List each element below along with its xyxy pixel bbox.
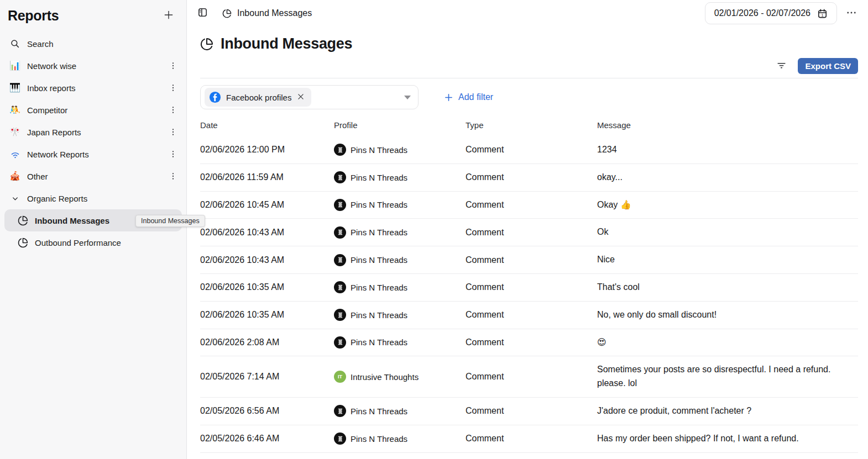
cell-message: Nice — [597, 253, 845, 267]
profile-cell: Pins N Threads — [334, 336, 466, 349]
cell-message: 😍 — [597, 336, 845, 350]
kebab-menu-icon[interactable] — [166, 82, 180, 93]
filter-button[interactable] — [775, 59, 788, 73]
cell-type: Comment — [466, 425, 597, 452]
sidebar-nav: Search 📊 Network wise 🎹 Inbox reports 🤼 … — [0, 33, 186, 254]
search-icon — [9, 39, 21, 49]
cell-date: 02/06/2026 10:45 AM — [200, 191, 334, 219]
app-window: Reports Search 📊 Network wise — [0, 0, 868, 459]
reports-sidebar: Reports Search 📊 Network wise — [0, 0, 187, 459]
cell-type: Comment — [466, 397, 597, 425]
breadcrumb: Inbound Messages — [237, 8, 312, 18]
profile-cell: Pins N Threads — [334, 405, 466, 417]
profile-avatar — [334, 226, 346, 239]
panel-left-icon — [197, 7, 208, 19]
sidebar-item-network-wise[interactable]: 📊 Network wise — [0, 55, 186, 77]
sidebar-item-label: Network wise — [27, 61, 76, 71]
table-row: 02/06/2026 12:00 PM Pins N Threads Comme… — [200, 136, 858, 163]
sidebar-item-other[interactable]: 🎪 Other — [0, 165, 186, 187]
sidebar-item-label: Inbound Messages — [35, 216, 109, 225]
filter-lines-icon — [776, 60, 787, 72]
toggle-sidebar-button[interactable] — [196, 6, 209, 20]
profile-cell: Pins N Threads — [334, 226, 466, 239]
column-header-type: Type — [466, 117, 597, 136]
sidebar-item-network-reports[interactable]: Network Reports — [0, 143, 186, 165]
sidebar-item-label: Network Reports — [27, 150, 89, 159]
kebab-menu-icon[interactable] — [166, 149, 180, 160]
profile-cell: Pins N Threads — [334, 254, 466, 266]
table-row: 02/05/2026 7:14 AM IT Intrusive Thoughts… — [200, 356, 858, 398]
page-title: Inbound Messages — [221, 35, 352, 52]
cell-message: Okay 👍 — [597, 198, 845, 212]
kebab-menu-icon[interactable] — [166, 126, 180, 138]
messages-table: Date Profile Type Message 02/06/2026 12:… — [200, 117, 858, 453]
sidebar-header: Reports — [0, 3, 186, 33]
cell-type: Comment — [466, 301, 597, 329]
piano-emoji-icon: 🎹 — [9, 83, 21, 92]
profile-avatar — [334, 309, 346, 321]
cell-message: J'adore ce produit, comment l'acheter ? — [597, 404, 845, 418]
table-row: 02/06/2026 11:59 AM Pins N Threads Comme… — [200, 163, 858, 191]
cell-type: Comment — [466, 356, 597, 398]
table-row: 02/05/2026 6:56 AM Pins N Threads Commen… — [200, 397, 858, 425]
sidebar-item-outbound-performance[interactable]: Outbound Performance — [4, 231, 182, 254]
header-divider — [200, 78, 858, 78]
table-row: 02/06/2026 10:43 AM Pins N Threads Comme… — [200, 246, 858, 274]
cell-date: 02/05/2026 6:56 AM — [200, 397, 334, 425]
profile-filter-select[interactable]: Facebook profiles — [200, 85, 419, 109]
table-row: 02/06/2026 10:35 AM Pins N Threads Comme… — [200, 273, 858, 301]
pie-chart-icon — [200, 38, 213, 51]
sidebar-item-search[interactable]: Search — [0, 33, 186, 55]
profile-cell: Pins N Threads — [334, 309, 466, 321]
main-area: Inbound Messages 02/01/2026 - 02/07/2026… — [187, 0, 868, 459]
bar-chart-emoji-icon: 📊 — [9, 61, 21, 70]
sidebar-item-label: Search — [27, 39, 54, 49]
table-row: 02/06/2026 10:45 AM Pins N Threads Comme… — [200, 191, 858, 219]
add-filter-button[interactable]: Add filter — [444, 92, 493, 102]
sidebar-item-competitor[interactable]: 🤼 Competitor — [0, 99, 186, 121]
plus-icon — [444, 93, 453, 102]
report-content: Inbound Messages Export CSV — [187, 27, 868, 459]
facebook-profiles-chip[interactable]: Facebook profiles — [205, 88, 311, 107]
cell-message: Has my order been shipped? If not, I wan… — [597, 432, 845, 446]
table-row: 02/05/2026 6:46 AM Pins N Threads Commen… — [200, 425, 858, 452]
kebab-menu-icon[interactable] — [166, 171, 180, 182]
cell-date: 02/06/2026 10:43 AM — [200, 246, 334, 274]
profile-name: Pins N Threads — [351, 228, 407, 237]
profile-avatar — [334, 171, 346, 183]
cell-message: okay... — [597, 171, 845, 184]
table-row: 02/06/2026 10:35 AM Pins N Threads Comme… — [200, 301, 858, 329]
sidebar-item-japan-reports[interactable]: 🎌 Japan Reports — [0, 121, 186, 143]
profile-avatar — [334, 281, 346, 293]
kebab-menu-icon[interactable] — [166, 60, 180, 71]
chip-label: Facebook profiles — [226, 93, 291, 102]
tooltip: Inbound Messages — [135, 215, 205, 227]
close-icon — [297, 93, 305, 102]
sidebar-item-inbox-reports[interactable]: 🎹 Inbox reports — [0, 77, 186, 99]
pie-chart-icon — [17, 215, 29, 226]
profile-avatar — [334, 254, 346, 266]
add-report-button[interactable] — [162, 8, 175, 23]
profile-name: Pins N Threads — [351, 407, 407, 416]
sidebar-item-label: Inbox reports — [27, 83, 76, 93]
cell-type: Comment — [466, 329, 597, 356]
date-range-picker[interactable]: 02/01/2026 - 02/07/2026 1 — [705, 2, 837, 24]
cell-type: Comment — [466, 136, 597, 163]
cell-message: 1234 — [597, 143, 845, 157]
sidebar-group-organic-reports[interactable]: Organic Reports — [0, 187, 186, 209]
sidebar-item-inbound-messages[interactable]: Inbound Messages Inbound Messages — [4, 209, 182, 231]
table-body: 02/06/2026 12:00 PM Pins N Threads Comme… — [200, 136, 858, 452]
more-options-button[interactable] — [845, 6, 858, 21]
profile-cell: IT Intrusive Thoughts — [334, 371, 466, 383]
sidebar-item-label: Other — [27, 172, 48, 181]
table-row: 02/06/2026 10:43 AM Pins N Threads Comme… — [200, 219, 858, 246]
date-range-value: 02/01/2026 - 02/07/2026 — [714, 8, 811, 18]
profile-cell: Pins N Threads — [334, 171, 466, 183]
cell-date: 02/06/2026 10:35 AM — [200, 301, 334, 329]
export-csv-button[interactable]: Export CSV — [798, 58, 858, 74]
cell-message: No, we only do small discount! — [597, 308, 845, 322]
profile-avatar — [334, 405, 346, 417]
topbar: Inbound Messages 02/01/2026 - 02/07/2026… — [187, 0, 868, 27]
kebab-menu-icon[interactable] — [166, 104, 180, 115]
remove-filter-button[interactable] — [296, 92, 305, 103]
